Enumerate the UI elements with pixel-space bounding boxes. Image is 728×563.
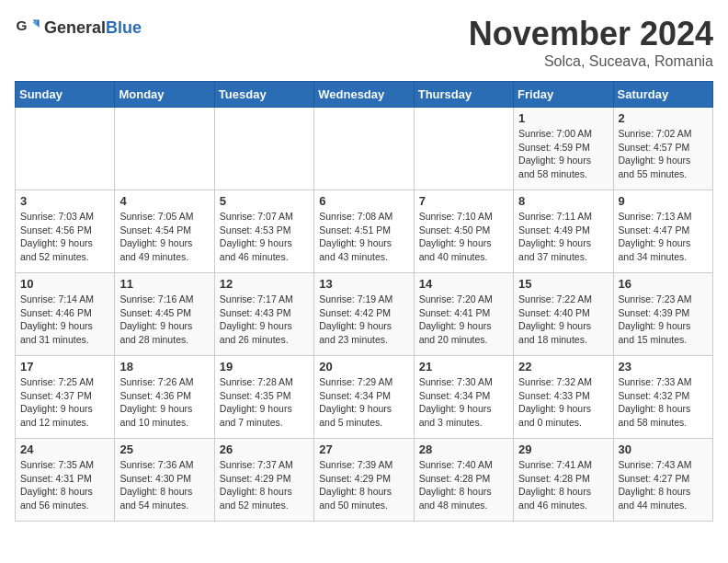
- table-row: 15Sunrise: 7:22 AMSunset: 4:40 PMDayligh…: [514, 273, 613, 356]
- col-monday: Monday: [115, 82, 214, 108]
- title-area: November 2024 Solca, Suceava, Romania: [469, 15, 713, 70]
- day-info: Sunrise: 7:29 AMSunset: 4:34 PMDaylight:…: [319, 375, 408, 430]
- calendar-week-3: 10Sunrise: 7:14 AMSunset: 4:46 PMDayligh…: [16, 273, 713, 356]
- col-sunday: Sunday: [16, 82, 115, 108]
- table-row: 13Sunrise: 7:19 AMSunset: 4:42 PMDayligh…: [314, 273, 414, 356]
- table-row: 3Sunrise: 7:03 AMSunset: 4:56 PMDaylight…: [16, 190, 115, 273]
- day-info: Sunrise: 7:32 AMSunset: 4:33 PMDaylight:…: [518, 375, 608, 430]
- day-info: Sunrise: 7:22 AMSunset: 4:40 PMDaylight:…: [518, 293, 608, 347]
- table-row: [214, 108, 313, 190]
- table-row: 17Sunrise: 7:25 AMSunset: 4:37 PMDayligh…: [16, 356, 115, 439]
- day-number: 11: [119, 277, 209, 291]
- day-number: 18: [119, 360, 209, 373]
- table-row: 18Sunrise: 7:26 AMSunset: 4:36 PMDayligh…: [115, 356, 214, 439]
- logo-text: GeneralBlue: [44, 18, 142, 38]
- day-number: 2: [619, 111, 708, 125]
- day-info: Sunrise: 7:23 AMSunset: 4:39 PMDaylight:…: [619, 293, 708, 347]
- table-row: [115, 108, 214, 190]
- day-number: 4: [119, 194, 209, 208]
- day-number: 15: [518, 277, 608, 291]
- col-friday: Friday: [514, 82, 613, 108]
- day-info: Sunrise: 7:43 AMSunset: 4:27 PMDaylight:…: [619, 458, 708, 512]
- table-row: 29Sunrise: 7:41 AMSunset: 4:28 PMDayligh…: [514, 439, 613, 522]
- table-row: 7Sunrise: 7:10 AMSunset: 4:50 PMDaylight…: [414, 190, 513, 273]
- table-row: 5Sunrise: 7:07 AMSunset: 4:53 PMDaylight…: [214, 190, 313, 273]
- day-info: Sunrise: 7:35 AMSunset: 4:31 PMDaylight:…: [20, 458, 109, 512]
- table-row: 9Sunrise: 7:13 AMSunset: 4:47 PMDaylight…: [613, 190, 712, 273]
- table-row: 6Sunrise: 7:08 AMSunset: 4:51 PMDaylight…: [314, 190, 414, 273]
- table-row: 22Sunrise: 7:32 AMSunset: 4:33 PMDayligh…: [514, 356, 613, 439]
- day-number: 20: [319, 360, 408, 373]
- day-number: 27: [319, 442, 408, 456]
- day-number: 30: [619, 442, 708, 456]
- day-info: Sunrise: 7:30 AMSunset: 4:34 PMDaylight:…: [419, 375, 508, 430]
- calendar-week-4: 17Sunrise: 7:25 AMSunset: 4:37 PMDayligh…: [16, 356, 713, 439]
- col-tuesday: Tuesday: [214, 82, 313, 108]
- table-row: 26Sunrise: 7:37 AMSunset: 4:29 PMDayligh…: [214, 439, 313, 522]
- table-row: 21Sunrise: 7:30 AMSunset: 4:34 PMDayligh…: [414, 356, 513, 439]
- day-info: Sunrise: 7:37 AMSunset: 4:29 PMDaylight:…: [220, 458, 309, 512]
- day-number: 7: [419, 194, 508, 208]
- table-row: 28Sunrise: 7:40 AMSunset: 4:28 PMDayligh…: [414, 439, 513, 522]
- day-number: 6: [319, 194, 408, 208]
- day-number: 9: [619, 194, 708, 208]
- table-row: 16Sunrise: 7:23 AMSunset: 4:39 PMDayligh…: [613, 273, 712, 356]
- table-row: 19Sunrise: 7:28 AMSunset: 4:35 PMDayligh…: [214, 356, 313, 439]
- table-row: 14Sunrise: 7:20 AMSunset: 4:41 PMDayligh…: [414, 273, 513, 356]
- table-row: 23Sunrise: 7:33 AMSunset: 4:32 PMDayligh…: [613, 356, 712, 439]
- day-info: Sunrise: 7:16 AMSunset: 4:45 PMDaylight:…: [119, 293, 209, 347]
- table-row: [16, 108, 115, 190]
- table-row: 30Sunrise: 7:43 AMSunset: 4:27 PMDayligh…: [613, 439, 712, 522]
- day-info: Sunrise: 7:17 AMSunset: 4:43 PMDaylight:…: [220, 293, 309, 347]
- day-number: 24: [20, 442, 109, 456]
- table-row: 1Sunrise: 7:00 AMSunset: 4:59 PMDaylight…: [514, 108, 613, 190]
- table-row: 10Sunrise: 7:14 AMSunset: 4:46 PMDayligh…: [16, 273, 115, 356]
- col-wednesday: Wednesday: [314, 82, 414, 108]
- day-number: 1: [518, 111, 608, 125]
- calendar-table: Sunday Monday Tuesday Wednesday Thursday…: [15, 81, 713, 522]
- day-info: Sunrise: 7:08 AMSunset: 4:51 PMDaylight:…: [319, 210, 408, 264]
- table-row: 27Sunrise: 7:39 AMSunset: 4:29 PMDayligh…: [314, 439, 414, 522]
- day-info: Sunrise: 7:20 AMSunset: 4:41 PMDaylight:…: [419, 293, 508, 347]
- day-number: 5: [220, 194, 309, 208]
- day-number: 22: [518, 360, 608, 373]
- table-row: 12Sunrise: 7:17 AMSunset: 4:43 PMDayligh…: [214, 273, 313, 356]
- day-info: Sunrise: 7:11 AMSunset: 4:49 PMDaylight:…: [518, 210, 608, 264]
- calendar-week-1: 1Sunrise: 7:00 AMSunset: 4:59 PMDaylight…: [16, 108, 713, 190]
- table-row: 4Sunrise: 7:05 AMSunset: 4:54 PMDaylight…: [115, 190, 214, 273]
- day-number: 21: [419, 360, 508, 373]
- day-number: 23: [619, 360, 708, 373]
- calendar-week-5: 24Sunrise: 7:35 AMSunset: 4:31 PMDayligh…: [16, 439, 713, 522]
- day-info: Sunrise: 7:19 AMSunset: 4:42 PMDaylight:…: [319, 293, 408, 347]
- day-info: Sunrise: 7:03 AMSunset: 4:56 PMDaylight:…: [20, 210, 109, 264]
- day-number: 29: [518, 442, 608, 456]
- month-title: November 2024: [469, 15, 713, 53]
- day-number: 17: [20, 360, 109, 373]
- day-info: Sunrise: 7:26 AMSunset: 4:36 PMDaylight:…: [119, 375, 209, 430]
- table-row: 20Sunrise: 7:29 AMSunset: 4:34 PMDayligh…: [314, 356, 414, 439]
- day-info: Sunrise: 7:00 AMSunset: 4:59 PMDaylight:…: [518, 127, 608, 181]
- day-number: 13: [319, 277, 408, 291]
- table-row: 8Sunrise: 7:11 AMSunset: 4:49 PMDaylight…: [514, 190, 613, 273]
- svg-text:G: G: [16, 17, 27, 33]
- location-subtitle: Solca, Suceava, Romania: [469, 53, 713, 70]
- day-info: Sunrise: 7:36 AMSunset: 4:30 PMDaylight:…: [119, 458, 209, 512]
- day-number: 28: [419, 442, 508, 456]
- table-row: 2Sunrise: 7:02 AMSunset: 4:57 PMDaylight…: [613, 108, 712, 190]
- day-number: 25: [119, 442, 209, 456]
- day-info: Sunrise: 7:39 AMSunset: 4:29 PMDaylight:…: [319, 458, 408, 512]
- day-info: Sunrise: 7:40 AMSunset: 4:28 PMDaylight:…: [419, 458, 508, 512]
- logo: G GeneralBlue: [15, 15, 142, 40]
- col-thursday: Thursday: [414, 82, 513, 108]
- day-number: 12: [220, 277, 309, 291]
- day-info: Sunrise: 7:28 AMSunset: 4:35 PMDaylight:…: [220, 375, 309, 430]
- table-row: 24Sunrise: 7:35 AMSunset: 4:31 PMDayligh…: [16, 439, 115, 522]
- day-info: Sunrise: 7:13 AMSunset: 4:47 PMDaylight:…: [619, 210, 708, 264]
- table-row: [414, 108, 513, 190]
- day-number: 3: [20, 194, 109, 208]
- day-number: 14: [419, 277, 508, 291]
- day-info: Sunrise: 7:14 AMSunset: 4:46 PMDaylight:…: [20, 293, 109, 347]
- day-number: 16: [619, 277, 708, 291]
- calendar-week-2: 3Sunrise: 7:03 AMSunset: 4:56 PMDaylight…: [16, 190, 713, 273]
- day-info: Sunrise: 7:33 AMSunset: 4:32 PMDaylight:…: [619, 375, 708, 430]
